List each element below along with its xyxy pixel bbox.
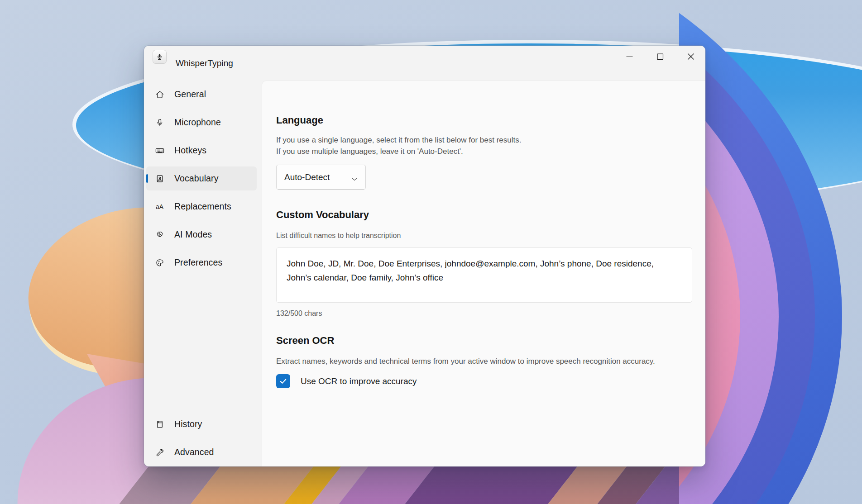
window-title: WhisperTyping [176,46,233,81]
sidebar-item-preferences[interactable]: Preferences [146,251,257,275]
sidebar-nav: General Microphone [144,81,262,466]
sidebar-item-label: Vocabulary [174,173,218,184]
sidebar-item-label: Hotkeys [174,145,206,156]
sidebar-item-label: History [174,419,202,429]
custom-vocabulary-description: List difficult names to help transcripti… [276,231,401,241]
brain-icon [154,229,165,240]
screen-ocr-description: Extract names, keywords and technical te… [276,357,655,366]
sidebar-item-replacements[interactable]: aA Replacements [146,195,257,219]
sidebar-item-microphone[interactable]: Microphone [146,110,257,134]
custom-vocabulary-input[interactable]: John Doe, JD, Mr. Doe, Doe Enterprises, … [276,247,692,303]
settings-content-pane: Language If you use a single language, s… [262,81,705,466]
checkmark-icon [279,377,287,385]
maximize-icon [657,53,664,60]
sidebar-item-label: Preferences [174,257,222,268]
contact-card-icon [154,173,165,184]
keyboard-icon [154,145,165,156]
home-icon [154,89,165,100]
sidebar-item-label: Microphone [174,117,221,128]
close-button[interactable] [680,47,701,67]
custom-vocabulary-heading: Custom Vocabulary [276,209,369,221]
window-body: General Microphone [144,81,705,466]
language-description-line-2: If you use multiple languages, leave it … [276,147,463,157]
sidebar-item-vocabulary[interactable]: Vocabulary [146,166,257,190]
whispertyping-window: WhisperTyping [144,46,705,466]
sidebar-item-ai-modes[interactable]: AI Modes [146,223,257,247]
language-heading: Language [276,114,323,126]
ocr-checkbox-row[interactable]: Use OCR to improve accuracy [276,374,417,388]
close-icon [687,53,694,60]
microphone-icon [154,117,165,128]
language-select-value: Auto-Detect [284,172,330,182]
minimize-icon [626,53,633,60]
minimize-button[interactable] [619,47,640,67]
custom-vocabulary-value: John Doe, JD, Mr. Doe, Doe Enterprises, … [287,257,677,285]
sidebar-item-general[interactable]: General [146,82,257,106]
ocr-checkbox[interactable] [276,374,290,388]
ocr-checkbox-label: Use OCR to improve accuracy [301,376,417,386]
svg-text:aA: aA [156,203,164,210]
text-case-icon: aA [154,201,165,212]
language-description-line-1: If you use a single language, select it … [276,135,521,145]
sidebar-item-history[interactable]: History [146,412,257,436]
sidebar-item-label: AI Modes [174,229,212,240]
wrench-icon [154,447,165,457]
wallpaper-ring-group [679,0,862,504]
screen-ocr-heading: Screen OCR [276,335,334,347]
book-icon [154,419,165,429]
sidebar-item-hotkeys[interactable]: Hotkeys [146,138,257,162]
chevron-down-icon [351,175,358,183]
title-bar[interactable]: WhisperTyping [144,46,705,81]
sidebar-item-label: Advanced [174,447,214,457]
selection-indicator [146,174,148,183]
sidebar-item-label: General [174,89,206,100]
language-select[interactable]: Auto-Detect [276,165,366,190]
app-icon [153,50,166,63]
sidebar-item-label: Replacements [174,201,231,212]
maximize-button[interactable] [650,47,670,67]
desktop-screen: WhisperTyping [0,0,862,504]
custom-vocabulary-char-count: 132/500 chars [276,309,322,319]
palette-icon [154,257,165,268]
sidebar-item-advanced[interactable]: Advanced [146,440,257,464]
microphone-icon [156,53,163,61]
